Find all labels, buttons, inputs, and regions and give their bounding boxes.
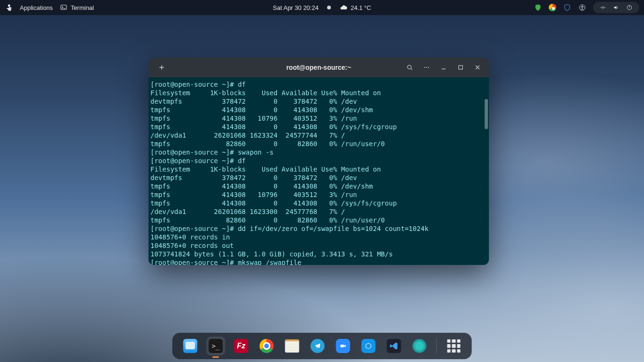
volume-icon <box>612 3 620 12</box>
running-indicator <box>213 356 219 358</box>
svg-point-7 <box>428 67 429 68</box>
dock-app-files[interactable] <box>181 337 200 355</box>
telegram-icon <box>311 339 325 353</box>
terminal-icon: >_ <box>209 339 223 353</box>
search-button[interactable] <box>402 60 417 74</box>
svg-point-6 <box>426 67 427 68</box>
settings-icon <box>413 339 427 353</box>
syncthing-icon <box>362 339 376 353</box>
terminal-viewport[interactable]: [root@open-source ~]# df Filesystem 1K-b… <box>149 77 489 265</box>
open-app-indicator[interactable]: Terminal <box>59 3 94 12</box>
dock-app-terminal[interactable]: >_ <box>206 337 225 355</box>
dock-app-notes[interactable] <box>283 337 302 355</box>
system-status-area[interactable] <box>593 2 639 13</box>
power-icon <box>625 3 634 12</box>
notification-dot-icon <box>327 6 331 9</box>
accessibility-icon[interactable] <box>578 3 586 12</box>
dock-app-telegram[interactable] <box>308 337 327 355</box>
window-titlebar[interactable]: root@open-source:~ <box>149 58 489 77</box>
zoom-icon <box>336 339 350 353</box>
dock-app-vscode[interactable] <box>385 337 404 355</box>
svg-rect-8 <box>442 69 446 69</box>
security-icon[interactable] <box>534 3 542 12</box>
svg-point-2 <box>582 6 583 7</box>
distro-logo-icon[interactable] <box>5 3 13 12</box>
minimize-button[interactable] <box>436 60 451 74</box>
svg-point-5 <box>424 67 425 68</box>
maximize-button[interactable] <box>453 60 468 74</box>
close-button[interactable] <box>470 60 485 74</box>
dock-app-settings[interactable] <box>410 337 429 355</box>
clock[interactable]: Sat Apr 30 20:24 <box>273 4 319 11</box>
new-tab-button[interactable] <box>154 60 169 74</box>
dock-app-filezilla[interactable]: Fz <box>232 337 251 355</box>
files-icon <box>183 339 198 353</box>
menu-button[interactable] <box>419 60 434 74</box>
svg-rect-10 <box>340 345 344 347</box>
chrome-icon <box>260 339 274 353</box>
shield-tray-icon[interactable] <box>563 3 571 12</box>
dock-separator <box>437 338 437 354</box>
chrome-tray-icon[interactable] <box>549 4 556 11</box>
top-panel: Applications Terminal Sat Apr 30 20:24 2… <box>0 0 644 15</box>
svg-point-4 <box>407 65 411 69</box>
apps-grid-icon <box>447 339 461 353</box>
cloud-icon <box>339 3 348 12</box>
terminal-window: root@open-source:~ [root@open-source ~]#… <box>149 58 489 265</box>
text-editor-icon <box>285 339 299 353</box>
filezilla-icon: Fz <box>234 339 248 353</box>
weather-indicator[interactable]: 24.1 °C <box>339 3 372 12</box>
terminal-indicator-icon <box>59 3 68 12</box>
window-title: root@open-source:~ <box>286 64 351 71</box>
svg-rect-9 <box>459 66 462 69</box>
vscode-icon <box>387 339 401 353</box>
dock-app-zoom[interactable] <box>334 337 353 355</box>
open-app-label: Terminal <box>71 4 94 11</box>
scrollbar-thumb[interactable] <box>485 99 488 129</box>
applications-menu[interactable]: Applications <box>20 4 53 11</box>
terminal-output: [root@open-source ~]# df Filesystem 1K-b… <box>150 80 486 265</box>
dock-app-chrome[interactable] <box>257 337 276 355</box>
dock: >_ Fz <box>173 333 472 359</box>
dock-app-syncthing[interactable] <box>359 337 378 355</box>
dock-app-show-applications[interactable] <box>445 337 463 355</box>
network-icon <box>599 3 607 12</box>
weather-temp: 24.1 °C <box>351 4 372 11</box>
svg-rect-0 <box>61 5 66 9</box>
